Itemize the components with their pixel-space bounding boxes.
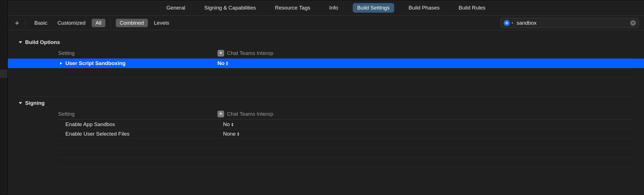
scope-segmented-control: Basic Customized All	[29, 19, 106, 27]
target-name: Chat Teams Interop	[227, 111, 273, 117]
empty-row	[58, 148, 632, 157]
empty-row	[58, 157, 632, 167]
app-icon	[217, 111, 224, 117]
section-header-signing[interactable]: Signing	[8, 97, 644, 109]
svg-rect-2	[506, 24, 508, 24]
setting-label: Enable User Selected Files	[65, 131, 129, 137]
tab-build-settings[interactable]: Build Settings	[353, 3, 394, 13]
tab-build-rules[interactable]: Build Rules	[454, 3, 490, 13]
section-title: Build Options	[25, 39, 60, 45]
tab-general[interactable]: General	[162, 3, 190, 13]
add-build-setting-button[interactable]: ＋	[13, 19, 21, 27]
svg-rect-0	[506, 22, 508, 22]
scope-basic[interactable]: Basic	[30, 19, 51, 27]
stepper-icon: ▴▾	[231, 122, 233, 127]
navigator-gutter	[0, 0, 8, 195]
search-scope-icon[interactable]	[504, 20, 510, 26]
target-name: Chat Teams Interop	[227, 50, 273, 56]
clear-search-button[interactable]: ✕	[630, 20, 636, 26]
section-title: Signing	[25, 100, 45, 106]
setting-row-enable-user-selected-files[interactable]: Enable User Selected Files None ▴▾	[58, 129, 632, 138]
scope-all[interactable]: All	[92, 19, 105, 27]
tab-build-phases[interactable]: Build Phases	[404, 3, 444, 13]
column-target: Chat Teams Interop	[217, 111, 632, 117]
empty-row	[58, 167, 632, 177]
setting-value[interactable]: None ▴▾	[223, 131, 632, 137]
search-input[interactable]	[516, 20, 628, 26]
chevron-right-icon[interactable]	[59, 62, 63, 65]
tab-signing-capabilities[interactable]: Signing & Capabilities	[200, 3, 261, 13]
chevron-down-icon	[18, 101, 22, 105]
app-icon	[217, 50, 224, 57]
view-segmented-control: Combined Levels	[115, 19, 174, 27]
tab-resource-tags[interactable]: Resource Tags	[271, 3, 315, 13]
empty-row	[58, 68, 632, 78]
divider	[110, 19, 111, 27]
empty-row	[58, 138, 632, 148]
setting-label: User Script Sandboxing	[65, 60, 126, 66]
stepper-icon: ▴▾	[237, 132, 239, 136]
column-target: Chat Teams Interop	[217, 50, 632, 57]
setting-row-user-script-sandboxing[interactable]: User Script Sandboxing No ▴▾	[8, 59, 644, 68]
filter-bar: ＋ Basic Customized All Combined Levels ▾…	[8, 16, 644, 30]
setting-row-enable-app-sandbox[interactable]: Enable App Sandbox No ▴▾	[58, 119, 632, 129]
view-levels[interactable]: Levels	[150, 19, 173, 27]
divider	[25, 19, 25, 27]
column-headers: Setting Chat Teams Interop	[58, 48, 632, 59]
target-tabs: General Signing & Capabilities Resource …	[8, 0, 644, 16]
tab-info[interactable]: Info	[325, 3, 343, 13]
stepper-icon: ▴▾	[226, 61, 228, 66]
setting-label: Enable App Sandbox	[65, 121, 115, 127]
chevron-down-icon[interactable]: ▾	[512, 21, 513, 25]
chevron-down-icon	[18, 40, 22, 44]
view-combined[interactable]: Combined	[116, 19, 148, 27]
column-headers: Setting Chat Teams Interop	[58, 109, 632, 119]
search-field[interactable]: ▾ ✕	[501, 18, 639, 28]
svg-rect-1	[506, 23, 508, 23]
setting-value[interactable]: No ▴▾	[223, 121, 632, 127]
build-settings-content: Build Options Setting Chat Teams Interop…	[8, 30, 644, 195]
section-header-build-options[interactable]: Build Options	[8, 39, 644, 48]
setting-value[interactable]: No ▴▾	[217, 60, 632, 66]
scope-customized[interactable]: Customized	[53, 19, 89, 27]
